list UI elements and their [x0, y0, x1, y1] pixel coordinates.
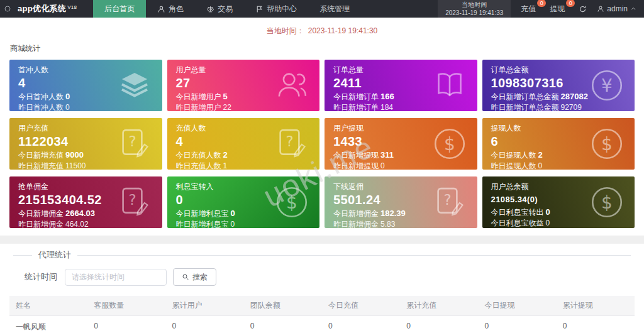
cell-team-balance: 0 — [244, 316, 322, 331]
user-menu[interactable]: admin — [597, 4, 636, 13]
menu-item-system[interactable]: 系统管理 — [308, 0, 361, 18]
section-title-shop-stats: 商城统计 — [0, 36, 644, 60]
table-header-row: 姓名 客服数量 累计用户 团队余额 今日充值 累计充值 今日提现 累计提现 — [9, 296, 635, 316]
stat-time-label: 统计时间 — [25, 271, 57, 283]
scales-icon — [206, 5, 214, 13]
stat-card-first-charge-users: 首冲人数 4 今日首冲人数0 昨日首冲人数0 — [9, 60, 162, 111]
refresh-icon[interactable] — [579, 5, 587, 13]
menu-item-help-center[interactable]: 帮助中心 — [244, 0, 308, 18]
stat-card-user-total-balance: 用户总余额 21085.34(0) 今日利息宝转出0 今日利息宝收益0 — [482, 176, 635, 228]
navbar-right: 当地时间 2023-11-19 19:41:33 充值 0 提现 0 admin — [438, 0, 644, 18]
yen-circle-icon — [589, 68, 625, 103]
dollar-circle-icon — [432, 126, 467, 161]
stat-card-total-orders: 订单总量 2411 今日新增订单166 昨日新增订单184 — [325, 60, 477, 111]
search-button[interactable]: 搜索 — [173, 268, 216, 286]
withdraw-link[interactable]: 提现 0 — [550, 4, 569, 14]
stat-card-recharge-users: 充值人数 4 今日充值人数2 昨日充值人数1 — [167, 118, 320, 170]
menu-item-trade[interactable]: 交易 — [195, 0, 244, 18]
doc-question-icon — [432, 185, 467, 220]
layers-icon — [117, 68, 152, 103]
stat-time-input[interactable] — [65, 269, 167, 286]
top-navbar: app优化系统V18 后台首页 角色 交易 帮助中心 系统管理 当地时间 202… — [0, 0, 644, 18]
navbar-local-time: 当地时间 2023-11-19 19:41:33 — [438, 0, 511, 18]
user-icon — [597, 5, 604, 13]
legend-line — [13, 255, 32, 256]
flag-icon — [255, 5, 264, 13]
cell-total-users: 0 — [166, 316, 244, 331]
local-time-label: 当地时间 — [445, 1, 503, 9]
dollar-circle-icon — [589, 185, 625, 220]
doc-question-icon — [274, 126, 309, 161]
recharge-link[interactable]: 充值 0 — [521, 4, 540, 14]
agent-search-form: 统计时间 搜索 — [25, 268, 635, 286]
person-icon — [157, 5, 165, 13]
brand-icon — [0, 0, 13, 18]
cell-today-recharge: 0 — [322, 316, 400, 331]
doc-question-icon — [117, 185, 152, 220]
cell-name: 一帆风顺 — [9, 316, 87, 331]
stats-cards: 首冲人数 4 今日首冲人数0 昨日首冲人数0 用户总量 27 今日新增用户5 昨… — [0, 60, 644, 228]
time-bar-label: 当地时间： — [267, 26, 304, 35]
legend-line — [77, 255, 631, 256]
stat-card-order-commission: 抢单佣金 215153404.52 今日新增佣金2664.03 昨日新增佣金46… — [9, 176, 162, 228]
time-bar-value: 2023-11-19 19:41:30 — [308, 26, 378, 35]
table-header-name: 姓名 — [9, 296, 87, 315]
table-header-total-withdraw: 累计提现 — [557, 296, 635, 315]
table-header-total-users: 累计用户 — [166, 296, 244, 315]
app-logo: app优化系统V18 — [13, 0, 93, 18]
table-header-team-balance: 团队余额 — [244, 296, 322, 315]
local-time-value: 2023-11-19 19:41:33 — [445, 9, 503, 17]
users-icon — [274, 68, 309, 103]
stat-card-withdraw-users: 提现人数 6 今日提现人数2 昨日提现人数0 — [482, 118, 635, 170]
stats-panel: 当地时间：2023-11-19 19:41:30 商城统计 首冲人数 4 今日首… — [0, 18, 644, 236]
menu-item-dashboard[interactable]: 后台首页 — [93, 0, 146, 18]
stat-card-total-order-amount: 订单总金额 1098307316 今日新增订单总金额287082 昨日新增订单总… — [482, 60, 635, 111]
table-header-total-recharge: 累计充值 — [400, 296, 478, 315]
cell-total-withdraw: 0 — [557, 316, 635, 331]
table-header-service-count: 客服数量 — [87, 296, 165, 315]
stat-card-downline-rebate: 下线返佣 5501.24 今日新增佣金182.39 昨日新增佣金5.83 — [325, 176, 477, 228]
cell-service-count: 0 — [87, 316, 165, 331]
recharge-badge: 0 — [537, 0, 546, 7]
cell-today-withdraw: 0 — [479, 316, 557, 331]
stat-card-total-users: 用户总量 27 今日新增用户5 昨日新增用户22 — [167, 60, 320, 111]
chevron-up-icon — [630, 6, 636, 12]
table-row: 一帆风顺 0 0 0 0 0 0 0 — [9, 316, 635, 331]
username: admin — [607, 4, 628, 13]
dollar-circle-icon — [589, 126, 625, 161]
agent-section-legend: 代理统计 — [9, 249, 635, 261]
agent-table: 姓名 客服数量 累计用户 团队余额 今日充值 累计充值 今日提现 累计提现 一帆… — [9, 296, 635, 331]
stat-card-user-withdraw: 用户提现 1433 今日新增提现311 昨日新增提现0 — [325, 118, 477, 170]
withdraw-badge: 0 — [566, 0, 575, 7]
local-time-bar: 当地时间：2023-11-19 19:41:30 — [0, 18, 644, 36]
agent-section-title: 代理统计 — [32, 249, 77, 261]
doc-question-icon — [117, 126, 152, 161]
table-header-today-recharge: 今日充值 — [322, 296, 400, 315]
stat-card-lixibao-in: 利息宝转入 0 今日新增利息宝0 昨日新增利息宝0 — [167, 176, 320, 228]
book-icon — [432, 68, 467, 103]
cell-total-recharge: 0 — [400, 316, 478, 331]
app-logo-text: app优化系统 — [18, 3, 66, 14]
agent-panel: 代理统计 统计时间 搜索 姓名 客服数量 累计用户 团队余额 今日充值 累计充值… — [0, 244, 644, 331]
search-icon — [182, 273, 189, 281]
dollar-circle-icon — [274, 185, 309, 220]
menu-item-roles[interactable]: 角色 — [146, 0, 195, 18]
main-menu: 后台首页 角色 交易 帮助中心 系统管理 — [93, 0, 361, 18]
stat-card-user-recharge: 用户充值 1122034 今日新增充值9000 昨日新增充值11500 — [9, 118, 162, 170]
app-version: V18 — [67, 4, 77, 10]
table-header-today-withdraw: 今日提现 — [479, 296, 557, 315]
